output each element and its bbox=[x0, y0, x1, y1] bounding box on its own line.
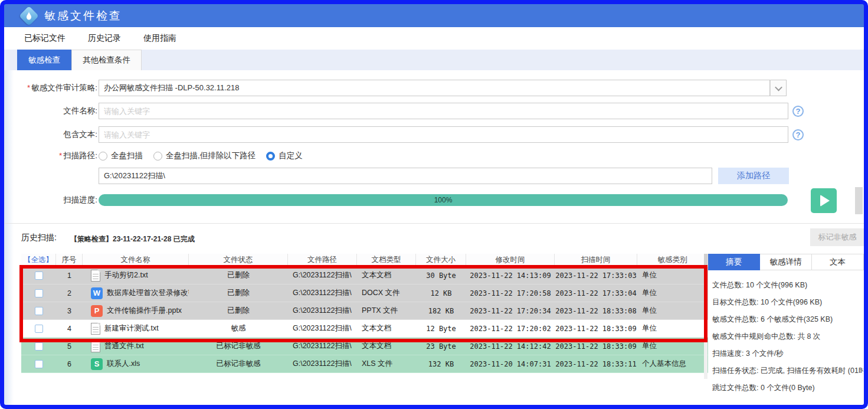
doc-type-cell: DOCX 文件 bbox=[357, 284, 416, 302]
sensitive-category-cell: 单位 bbox=[637, 338, 708, 355]
file-status-cell: 已删除 bbox=[189, 284, 288, 302]
policy-input[interactable] bbox=[99, 80, 770, 96]
column-header-6: 文档类型 bbox=[357, 254, 416, 266]
summary-line-3: 敏感文件总数: 6 个敏感文件(325 KB) bbox=[712, 311, 863, 328]
history-scan-entry[interactable]: 【策略检查】23-11-22-17-21-28 已完成 bbox=[70, 234, 195, 244]
file-name-text: 普通文件.txt bbox=[104, 341, 144, 351]
mark-not-sensitive-button[interactable]: 标记非敏感 bbox=[810, 228, 864, 246]
scan-path-radio-group: 全盘扫描全盘扫描,但排除以下路径自定义 bbox=[99, 149, 303, 162]
flame-glyph bbox=[23, 10, 35, 22]
chevron-down-icon bbox=[775, 83, 782, 91]
radio-selected-icon bbox=[266, 152, 275, 161]
column-header-4: 文件状态 bbox=[189, 254, 288, 266]
add-path-button[interactable]: 添加路径 bbox=[718, 168, 789, 184]
tab-other-conditions[interactable]: 其他检查条件 bbox=[71, 50, 142, 70]
summary-line-7: 跳过文件总数: 0 个文件(0 Byte) bbox=[712, 379, 863, 397]
scan-time-cell: 2023-11-22 17:33:03 bbox=[555, 267, 637, 284]
contains-text-input[interactable] bbox=[99, 126, 788, 143]
panel-tab-2[interactable]: 敏感详情 bbox=[760, 254, 812, 270]
column-header-9: 扫描时间 bbox=[555, 254, 637, 266]
text-document-icon bbox=[91, 341, 100, 352]
file-path-cell: G:\20231122扫描\ bbox=[288, 338, 357, 355]
progress-percent: 100% bbox=[434, 196, 453, 204]
scrollbar-thumb[interactable] bbox=[855, 187, 863, 214]
required-mark: * bbox=[27, 83, 30, 92]
file-size-cell: 182 KB bbox=[416, 302, 466, 319]
powerpoint-pptx-icon: P bbox=[91, 305, 103, 317]
column-header-8: 修改时间 bbox=[466, 254, 555, 266]
contains-text-help-icon[interactable]: ? bbox=[792, 129, 804, 140]
sensitive-category-cell: 个人基本信息 bbox=[637, 355, 708, 372]
file-path-cell: G:\20231122扫描\ bbox=[288, 320, 357, 337]
contains-text-label: 包含文本: bbox=[10, 126, 97, 143]
file-name-cell[interactable]: P文件传输操作手册.pptx bbox=[83, 302, 189, 319]
seq-cell: 3 bbox=[56, 302, 83, 319]
file-name-cell[interactable]: 手动剪切2.txt bbox=[83, 267, 189, 284]
file-path-cell: G:\20231122扫描\ bbox=[288, 284, 357, 302]
file-name-text: 新建审计测试.txt bbox=[104, 323, 159, 333]
progress-label: 扫描进度: bbox=[10, 192, 97, 208]
policy-dropdown-button[interactable] bbox=[770, 80, 787, 96]
doc-type-cell: 文本文档 bbox=[357, 338, 416, 355]
column-header-10: 敏感类别 bbox=[637, 254, 708, 266]
tab-strip: 敏感检查 其他检查条件 bbox=[4, 50, 864, 70]
row-checkbox[interactable] bbox=[35, 271, 43, 280]
word-docx-icon: W bbox=[91, 287, 103, 299]
summary-line-4: 敏感文件中规则命中总数: 共 8 次 bbox=[712, 328, 863, 345]
select-all-header[interactable]: 【全选】 bbox=[21, 254, 56, 266]
row-checkbox[interactable] bbox=[35, 360, 43, 368]
custom-path-input[interactable] bbox=[99, 168, 712, 184]
file-name-label: 文件名称: bbox=[10, 103, 97, 119]
file-name-text: 联系人.xls bbox=[107, 359, 140, 369]
row-checkbox[interactable] bbox=[35, 325, 43, 333]
seq-cell: 6 bbox=[56, 355, 83, 372]
section-divider bbox=[4, 223, 864, 224]
panel-tab-3[interactable]: 文本 bbox=[812, 254, 864, 270]
file-name-input[interactable] bbox=[99, 103, 788, 119]
scan-path-label: *扫描路径: bbox=[10, 148, 97, 164]
file-status-cell: 已标记非敏感 bbox=[189, 355, 288, 372]
start-scan-button[interactable] bbox=[811, 188, 837, 213]
summary-line-6: 扫描任务状态: 已完成, 扫描任务有效耗时 (01时 bbox=[712, 362, 863, 379]
text-document-icon bbox=[91, 323, 100, 335]
sensitive-category-cell: 单位 bbox=[637, 284, 708, 302]
file-name-cell[interactable]: S联系人.xls bbox=[83, 355, 189, 372]
menu-item-2[interactable]: 历史记录 bbox=[88, 33, 121, 44]
file-name-cell[interactable]: 新建审计测试.txt bbox=[83, 320, 189, 337]
file-size-cell: 12 KB bbox=[416, 284, 466, 302]
app-logo-icon bbox=[19, 6, 39, 26]
table-scrollbar-thumb[interactable] bbox=[704, 254, 707, 292]
file-status-cell: 敏感 bbox=[189, 320, 288, 337]
file-name-cell[interactable]: W数据库处理首次登录修改密码 bbox=[83, 284, 189, 302]
scan-path-option-1[interactable]: 全盘扫描 bbox=[99, 150, 143, 161]
row-checkbox[interactable] bbox=[35, 307, 43, 315]
sensitive-category-cell: 单位 bbox=[637, 267, 708, 284]
file-name-help-icon[interactable]: ? bbox=[792, 106, 804, 117]
menu-item-3[interactable]: 使用指南 bbox=[143, 33, 176, 44]
file-size-cell: 12 Byte bbox=[416, 320, 466, 337]
file-name-cell[interactable]: 普通文件.txt bbox=[83, 338, 189, 355]
row-checkbox[interactable] bbox=[35, 342, 43, 351]
file-size-cell: 30 Byte bbox=[416, 267, 466, 284]
row-checkbox[interactable] bbox=[35, 289, 43, 297]
table-row: 5普通文件.txt已标记非敏感G:\20231122扫描\文本文档23 Byte… bbox=[21, 338, 708, 355]
panel-tab-1[interactable]: 摘要 bbox=[708, 254, 760, 270]
scan-path-option-3[interactable]: 自定义 bbox=[266, 150, 303, 161]
scan-time-cell: 2023-11-22 18:33:11 bbox=[555, 355, 637, 372]
file-path-cell: G:\20231122扫描\ bbox=[288, 302, 357, 319]
table-row: 6S联系人.xls已标记非敏感G:\20231122扫描\XLS 文件132 K… bbox=[21, 355, 708, 373]
radio-option-label: 全盘扫描,但排除以下路径 bbox=[166, 150, 256, 161]
file-size-cell: 23 Byte bbox=[416, 338, 466, 355]
policy-label: *敏感文件审计策略: bbox=[10, 80, 97, 96]
seq-cell: 2 bbox=[56, 284, 83, 302]
sensitive-category-cell: 单位 bbox=[637, 302, 708, 319]
scan-path-option-2[interactable]: 全盘扫描,但排除以下路径 bbox=[153, 150, 256, 161]
summary-line-2: 目标文件总数: 10 个文件(996 KB) bbox=[712, 294, 863, 311]
table-row: 4新建审计测试.txt敏感G:\20231122扫描\文本文档12 Byte20… bbox=[21, 320, 708, 338]
tab-sensitive-check[interactable]: 敏感检查 bbox=[17, 50, 71, 70]
checkbox-cell bbox=[21, 338, 56, 355]
doc-type-cell: 文本文档 bbox=[357, 267, 416, 284]
menu-item-1[interactable]: 已标记文件 bbox=[24, 33, 65, 44]
file-size-cell: 132 KB bbox=[416, 355, 466, 372]
summary-line-5: 扫描速度: 3 个文件/秒 bbox=[712, 345, 863, 362]
